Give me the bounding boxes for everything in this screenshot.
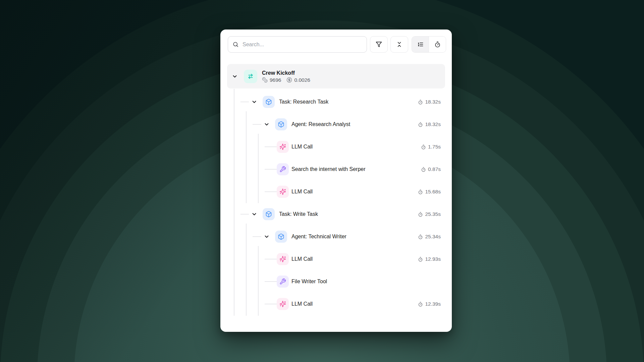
span-label: Task: Write Task bbox=[279, 211, 318, 217]
tree-view-button[interactable] bbox=[412, 37, 429, 52]
span-duration-value: 18.32s bbox=[425, 121, 441, 127]
span-duration-value: 25.34s bbox=[425, 234, 441, 240]
stopwatch-icon bbox=[421, 144, 426, 149]
stopwatch-icon bbox=[418, 302, 423, 307]
span-duration: 18.32s bbox=[418, 99, 441, 105]
span-label: LLM Call bbox=[291, 301, 313, 307]
tree-connector-line bbox=[265, 259, 277, 259]
span-duration-value: 15.68s bbox=[425, 189, 441, 195]
root-span-title: Crew Kickoff bbox=[262, 70, 310, 76]
stopwatch-icon bbox=[418, 100, 423, 105]
token-count-value: 9696 bbox=[270, 77, 281, 83]
sparkles-icon bbox=[277, 253, 289, 265]
sparkles-icon bbox=[277, 298, 289, 310]
search-icon bbox=[232, 41, 239, 48]
span-duration: 0.87s bbox=[421, 166, 441, 172]
tree-row[interactable]: LLM Call12.39s bbox=[227, 293, 445, 315]
token-count: 9696 bbox=[262, 77, 281, 83]
chevron-down-icon[interactable] bbox=[264, 121, 270, 127]
filter-button[interactable] bbox=[370, 36, 388, 53]
coins-icon bbox=[262, 77, 268, 83]
wrench-icon bbox=[277, 276, 289, 288]
span-duration-value: 0.87s bbox=[428, 166, 441, 172]
view-toggle bbox=[412, 36, 446, 53]
chevron-down-icon[interactable] bbox=[251, 99, 257, 105]
cost-badge: 0.0026 bbox=[286, 77, 310, 83]
span-duration: 15.68s bbox=[418, 189, 441, 195]
timer-icon bbox=[434, 41, 441, 48]
stopwatch-icon bbox=[418, 212, 423, 217]
tree-connector-line bbox=[253, 236, 261, 237]
span-label: LLM Call bbox=[291, 144, 313, 150]
stopwatch-icon bbox=[418, 234, 423, 239]
sparkles-icon bbox=[277, 186, 289, 198]
tree-row[interactable]: LLM Call1.75s bbox=[227, 136, 445, 158]
timeline-view-button[interactable] bbox=[429, 37, 446, 52]
tree-row[interactable]: Task: Research Task18.32s bbox=[227, 91, 445, 113]
box-icon bbox=[275, 231, 287, 243]
sparkles-icon bbox=[277, 141, 289, 153]
span-label: Search the internet with Serper bbox=[291, 166, 366, 172]
chevron-down-icon[interactable] bbox=[251, 211, 257, 217]
list-ordered-icon bbox=[417, 41, 424, 48]
span-label: Agent: Technical Writer bbox=[291, 234, 346, 240]
chevrons-down-up-icon bbox=[396, 41, 402, 48]
dollar-circle-icon bbox=[286, 77, 292, 83]
span-label: LLM Call bbox=[291, 256, 313, 262]
crew-kickoff-icon bbox=[244, 70, 257, 83]
wrench-icon bbox=[277, 163, 289, 175]
tree-row[interactable]: Agent: Technical Writer25.34s bbox=[227, 226, 445, 248]
box-icon bbox=[263, 96, 275, 108]
span-duration-value: 25.35s bbox=[425, 211, 441, 217]
search-box[interactable] bbox=[228, 36, 367, 53]
tree-connector-line bbox=[265, 304, 277, 304]
tree-row[interactable]: LLM Call15.68s bbox=[227, 181, 445, 203]
tree-row[interactable]: Search the internet with Serper0.87s bbox=[227, 158, 445, 181]
search-input[interactable] bbox=[243, 42, 362, 48]
tree-connector-line bbox=[265, 169, 277, 170]
span-duration-value: 1.75s bbox=[428, 144, 441, 150]
toolbar bbox=[220, 36, 452, 53]
funnel-icon bbox=[376, 41, 382, 48]
chevron-down-icon[interactable] bbox=[232, 73, 238, 79]
span-duration: 12.93s bbox=[418, 256, 441, 262]
stopwatch-icon bbox=[418, 257, 423, 262]
span-duration-value: 12.39s bbox=[425, 301, 441, 307]
span-label: Agent: Research Analyst bbox=[291, 121, 350, 127]
span-duration-value: 18.32s bbox=[425, 99, 441, 105]
tree-row[interactable]: Agent: Research Analyst18.32s bbox=[227, 113, 445, 136]
span-duration: 25.34s bbox=[418, 234, 441, 240]
tree-row[interactable]: File Writer Tool bbox=[227, 270, 445, 293]
stopwatch-icon bbox=[418, 122, 423, 127]
stopwatch-icon bbox=[421, 167, 426, 172]
tree-connector-line bbox=[253, 124, 261, 125]
stopwatch-icon bbox=[418, 189, 423, 194]
root-span-row[interactable]: Crew Kickoff 9696 0.0026 bbox=[227, 64, 445, 88]
tree-connector-line bbox=[265, 146, 277, 147]
tree-connector-line bbox=[240, 102, 249, 102]
tree-connector-line bbox=[265, 281, 277, 282]
span-duration-value: 12.93s bbox=[425, 256, 441, 262]
tree-row[interactable]: LLM Call12.93s bbox=[227, 248, 445, 270]
span-duration: 25.35s bbox=[418, 211, 441, 217]
chevron-down-icon[interactable] bbox=[264, 234, 270, 240]
span-label: File Writer Tool bbox=[291, 279, 327, 285]
tree-row[interactable]: Task: Write Task25.35s bbox=[227, 203, 445, 226]
cost-value: 0.0026 bbox=[294, 77, 310, 83]
collapse-all-button[interactable] bbox=[390, 36, 408, 53]
box-icon bbox=[275, 118, 287, 130]
trace-panel: Crew Kickoff 9696 0.0026 Task: Research … bbox=[220, 29, 452, 332]
span-duration: 1.75s bbox=[421, 144, 441, 150]
tree-connector-line bbox=[265, 191, 277, 192]
span-label: Task: Research Task bbox=[279, 99, 328, 105]
span-label: LLM Call bbox=[291, 189, 313, 195]
span-duration: 12.39s bbox=[418, 301, 441, 307]
box-icon bbox=[263, 208, 275, 220]
span-duration: 18.32s bbox=[418, 121, 441, 127]
tree-connector-line bbox=[240, 214, 249, 215]
